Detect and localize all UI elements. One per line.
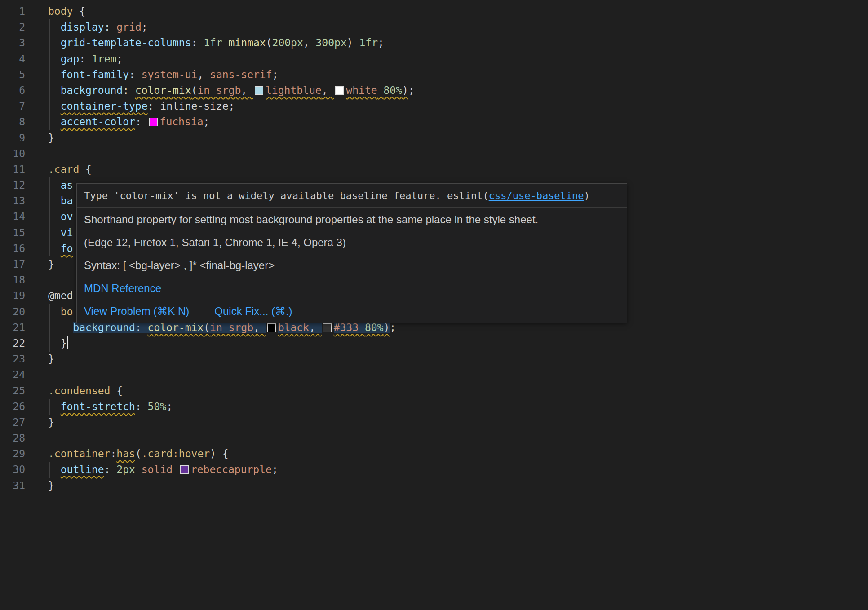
code-line[interactable]: 25.condensed { (0, 383, 868, 399)
syntax-info: Syntax: [ <bg-layer> , ]* <final-bg-laye… (84, 259, 620, 272)
line-number[interactable]: 20 (0, 304, 25, 320)
code-token: ) (402, 84, 408, 96)
line-number[interactable]: 30 (0, 462, 25, 477)
line-number[interactable]: 22 (0, 336, 25, 351)
line-number[interactable]: 2 (0, 19, 25, 35)
code-line[interactable]: 7 container-type: inline-size; (0, 98, 868, 114)
view-problem-link[interactable]: View Problem (⌘K N) (84, 305, 189, 318)
line-number[interactable]: 5 (0, 67, 25, 83)
color-swatch[interactable] (335, 86, 344, 95)
code-token: font-stretch (61, 401, 135, 412)
code-token: .card (48, 164, 79, 175)
code-token: : (135, 116, 148, 128)
line-number[interactable]: 16 (0, 241, 25, 256)
code-token: { (110, 385, 123, 397)
mdn-reference-link[interactable]: MDN Reference (84, 282, 161, 294)
line-number[interactable]: 18 (0, 272, 25, 288)
code-line[interactable]: 4 gap: 1rem; (0, 51, 868, 67)
diagnostic-text: Type 'color-mix' is not a widely availab… (84, 190, 489, 201)
code-line[interactable]: 6 background: color-mix(in srgb, lightbl… (0, 83, 868, 98)
code-token (48, 243, 61, 254)
code-token: } (48, 258, 54, 270)
code-token: in srgb (210, 322, 253, 333)
code-token (48, 100, 61, 112)
line-number[interactable]: 13 (0, 193, 25, 209)
code-token: ba (61, 195, 73, 207)
code-token: fuchsia (160, 116, 204, 128)
code-text: container-type: inline-size; (48, 98, 235, 114)
code-line[interactable]: 1body { (0, 4, 868, 19)
line-number[interactable]: 9 (0, 130, 25, 146)
code-line[interactable]: 30 outline: 2px solid rebeccapurple; (0, 462, 868, 477)
code-token (48, 195, 61, 207)
code-token: inline-size (160, 100, 228, 112)
code-token: { (216, 448, 229, 460)
line-number[interactable]: 3 (0, 35, 25, 51)
code-line[interactable]: 2 display: grid; (0, 19, 868, 35)
code-token (48, 464, 61, 475)
line-number[interactable]: 31 (0, 478, 25, 494)
code-token: ; (272, 69, 279, 80)
line-number[interactable]: 24 (0, 367, 25, 383)
eslint-rule-link[interactable]: css/use-baseline (489, 190, 584, 201)
quick-fix-link[interactable]: Quick Fix... (⌘.) (214, 305, 292, 318)
line-number[interactable]: 7 (0, 98, 25, 114)
code-line[interactable]: 31} (0, 478, 868, 494)
warning-squiggle: fo (61, 243, 73, 254)
line-number[interactable]: 17 (0, 256, 25, 272)
warning-squiggle: font-stretch (61, 401, 135, 412)
code-line[interactable]: 24 (0, 367, 868, 383)
code-line[interactable]: 28 (0, 430, 868, 446)
line-number[interactable]: 10 (0, 146, 25, 162)
code-token: sans-serif (210, 69, 272, 80)
line-number[interactable]: 26 (0, 399, 25, 415)
code-line[interactable]: 8 accent-color: fuchsia; (0, 114, 868, 130)
line-number[interactable]: 27 (0, 415, 25, 430)
line-number[interactable]: 4 (0, 51, 25, 67)
code-token: gap (61, 53, 80, 65)
line-number[interactable]: 19 (0, 288, 25, 304)
color-swatch[interactable] (149, 118, 158, 126)
code-token (135, 464, 142, 475)
code-line[interactable]: 11.card { (0, 162, 868, 177)
line-number[interactable]: 6 (0, 83, 25, 98)
line-number[interactable]: 1 (0, 4, 25, 19)
code-line[interactable]: 5 font-family: system-ui, sans-serif; (0, 67, 868, 83)
line-number[interactable]: 29 (0, 446, 25, 462)
color-swatch[interactable] (323, 323, 332, 332)
line-number[interactable]: 15 (0, 225, 25, 241)
code-token: rebeccapurple (191, 464, 272, 475)
code-token: , (241, 84, 253, 96)
code-token: background (73, 322, 135, 333)
line-number[interactable]: 11 (0, 162, 25, 177)
code-line[interactable]: 3 grid-template-columns: 1fr minmax(200p… (0, 35, 868, 51)
code-token: { (73, 5, 85, 17)
code-token: , (309, 322, 322, 333)
code-token (48, 322, 73, 333)
line-number[interactable]: 21 (0, 320, 25, 336)
line-number[interactable]: 28 (0, 430, 25, 446)
line-number[interactable]: 25 (0, 383, 25, 399)
warning-squiggle: accent-color (61, 116, 135, 128)
browser-support: (Edge 12, Firefox 1, Safari 1, Chrome 1,… (84, 236, 620, 249)
code-token: #333 (334, 322, 359, 333)
code-line[interactable]: 10 (0, 146, 868, 162)
code-line[interactable]: 9} (0, 130, 868, 146)
warning-squiggle: outline (61, 464, 104, 475)
code-line[interactable]: 27} (0, 415, 868, 430)
line-number[interactable]: 14 (0, 209, 25, 225)
code-line[interactable]: 26 font-stretch: 50%; (0, 399, 868, 415)
line-number[interactable]: 23 (0, 351, 25, 367)
line-number[interactable]: 12 (0, 177, 25, 193)
color-swatch[interactable] (267, 323, 276, 332)
code-line[interactable]: 29.container:has(.card:hover) { (0, 446, 868, 462)
color-swatch[interactable] (180, 465, 189, 474)
code-token: ov (61, 211, 73, 222)
color-swatch[interactable] (255, 86, 263, 95)
diagnostic-suffix: ) (584, 190, 590, 201)
code-line[interactable]: 23} (0, 351, 868, 367)
code-text: ov (48, 209, 73, 225)
code-text: vi (48, 225, 73, 241)
line-number[interactable]: 8 (0, 114, 25, 130)
code-line[interactable]: 22 } (0, 336, 868, 351)
